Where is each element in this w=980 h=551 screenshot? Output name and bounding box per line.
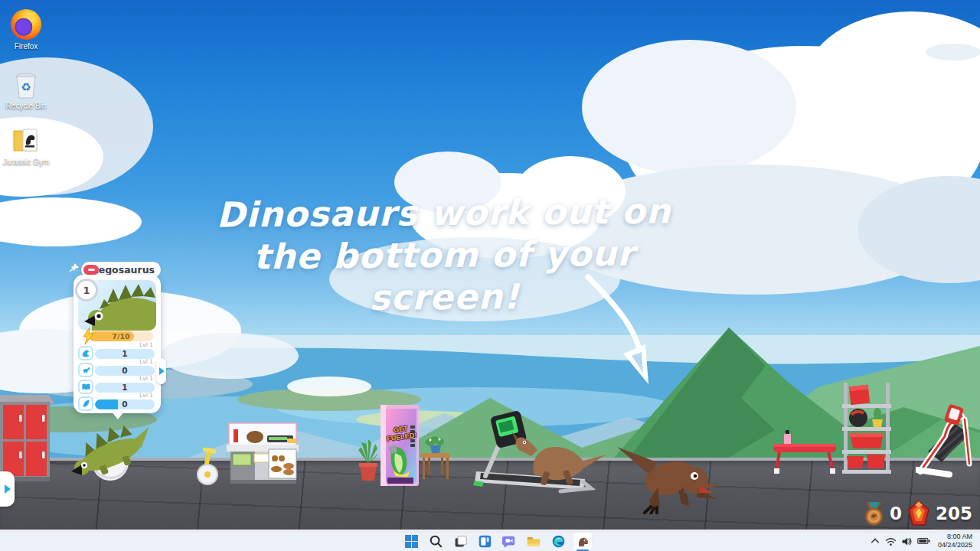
card-pointer-tail <box>111 411 125 419</box>
tray-time: 8:00 AM <box>938 533 972 541</box>
currency-hud: 0 205 <box>864 500 972 527</box>
stat-level-label: Lvl 1 <box>139 358 153 365</box>
stegosaurus-on-ball[interactable] <box>63 412 156 482</box>
desktop-icon-label: Firefox <box>2 42 51 51</box>
battery-button[interactable] <box>916 532 932 551</box>
tray-clock[interactable]: 8:00 AM 04/24/2025 <box>938 533 977 550</box>
jurassic-gym-app-icon <box>11 125 41 155</box>
desktop-icon-jurassic-gym[interactable]: Jurassic Gym <box>2 125 51 166</box>
gym-bench <box>770 430 839 479</box>
side-panel-toggle[interactable] <box>0 471 15 507</box>
file-explorer-button[interactable] <box>524 532 544 551</box>
gem-count: 205 <box>936 504 972 523</box>
widgets-icon <box>478 534 492 549</box>
chevron-right-icon <box>4 484 11 494</box>
widgets-button[interactable] <box>475 532 495 551</box>
down-arrow-icon <box>567 269 666 396</box>
chat-icon <box>501 534 517 549</box>
svg-text:♻: ♻ <box>21 80 31 94</box>
vending-machine <box>377 403 423 488</box>
task-view-button[interactable] <box>450 532 470 551</box>
firefox-icon <box>11 9 41 40</box>
tray-date: 04/24/2025 <box>938 541 972 549</box>
stat-level-label: Lvl 1 <box>139 392 153 399</box>
desktop-screen: Firefox ♻ Recycle Bin Jurassic Gym Dinos… <box>0 0 980 551</box>
desktop-icon-label: Recycle Bin <box>2 102 51 110</box>
pin-icon[interactable] <box>68 262 80 274</box>
speaker-icon <box>901 536 913 546</box>
desktop-icon-firefox[interactable]: Firefox <box>2 9 51 51</box>
collapse-card-button[interactable] <box>83 265 99 275</box>
feather-icon <box>78 396 93 411</box>
wifi-icon <box>885 536 897 546</box>
headline-line-1: Dinosaurs work out on <box>175 191 711 237</box>
tray-chevron-button[interactable] <box>868 532 882 551</box>
dino-stat-card: Stegosaurus 1 7/ <box>74 262 161 415</box>
running-dino-icon <box>78 363 93 377</box>
side-table <box>420 436 452 482</box>
jurassic-gym-taskbar-button[interactable] <box>573 532 593 551</box>
book-icon <box>78 380 93 394</box>
snack-counter <box>224 422 301 486</box>
desktop-icon-label: Jurassic Gym <box>2 158 51 166</box>
level-badge: 1 <box>75 279 98 302</box>
start-button[interactable] <box>401 532 421 551</box>
chevron-right-icon <box>158 367 165 375</box>
card-next-button[interactable] <box>156 358 166 384</box>
ab-roller <box>186 448 226 486</box>
stat-value: 0 <box>95 399 155 409</box>
stair-stepper <box>916 404 977 478</box>
edge-browser-button[interactable] <box>548 532 568 551</box>
windows-start-icon <box>405 535 418 548</box>
medal-count: 0 <box>890 504 902 523</box>
stat-level-label: Lvl 1 <box>139 375 153 382</box>
edge-icon <box>551 534 566 549</box>
bicep-icon <box>78 346 93 360</box>
wifi-button[interactable] <box>884 532 898 551</box>
chat-button[interactable] <box>499 532 519 551</box>
stat-row-craft: Lvl 1 0 <box>78 395 156 412</box>
taskbar: 8:00 AM 04/24/2025 <box>0 530 980 551</box>
recycle-bin-icon: ♻ <box>11 69 41 99</box>
battery-icon <box>917 536 930 546</box>
search-icon <box>429 534 443 548</box>
running-trex[interactable] <box>617 436 724 514</box>
red-lockers <box>0 395 54 484</box>
chevron-up-icon <box>871 536 880 546</box>
stat-level-label: Lvl 1 <box>139 341 153 348</box>
treadmill-with-dino[interactable] <box>469 407 606 495</box>
desktop-icon-recycle-bin[interactable]: ♻ Recycle Bin <box>2 69 51 110</box>
volume-button[interactable] <box>900 532 914 551</box>
task-view-icon <box>453 534 468 549</box>
jurassic-gym-icon <box>576 534 590 549</box>
energy-value: 7/10 <box>89 331 153 341</box>
search-button[interactable] <box>426 532 446 551</box>
red-gem-icon <box>907 500 930 527</box>
bronze-medal-icon <box>864 502 884 526</box>
file-explorer-icon <box>526 534 541 548</box>
storage-shelf <box>839 381 894 476</box>
lightning-icon <box>81 328 95 344</box>
